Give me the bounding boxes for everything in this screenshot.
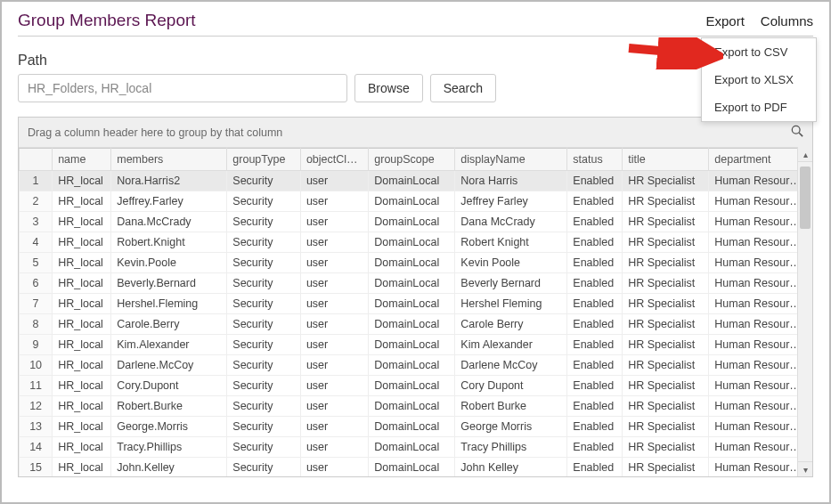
cell[interactable]: HR_local: [53, 294, 111, 314]
cell[interactable]: DomainLocal: [369, 294, 455, 314]
table-row[interactable]: 7HR_localHershel.FlemingSecurityuserDoma…: [20, 294, 812, 314]
cell[interactable]: Enabled: [567, 294, 623, 314]
export-xlsx-item[interactable]: Export to XLSX: [702, 66, 816, 93]
cell[interactable]: Darlene McCoy: [455, 355, 567, 376]
table-row[interactable]: 6HR_localBeverly.BernardSecurityuserDoma…: [20, 273, 812, 294]
cell[interactable]: Security: [227, 314, 301, 335]
cell[interactable]: Security: [227, 253, 301, 273]
grid-search-icon[interactable]: [791, 125, 803, 140]
col-displayName[interactable]: displayName: [455, 149, 567, 171]
cell[interactable]: Kevin Poole: [455, 253, 567, 273]
cell[interactable]: Security: [227, 212, 301, 232]
cell[interactable]: HR Specialist: [623, 396, 709, 417]
cell[interactable]: Security: [227, 335, 301, 355]
cell[interactable]: user: [300, 335, 368, 355]
rownum-cell[interactable]: 13: [20, 417, 53, 437]
cell[interactable]: HR_local: [53, 396, 111, 417]
cell[interactable]: Security: [227, 171, 301, 191]
cell[interactable]: Security: [227, 294, 301, 314]
col-groupType[interactable]: groupType: [227, 149, 301, 171]
cell[interactable]: Nora.Harris2: [111, 171, 227, 191]
scroll-up-icon[interactable]: ▴: [798, 147, 812, 162]
cell[interactable]: Robert Burke: [455, 396, 567, 417]
cell[interactable]: HR Specialist: [623, 335, 709, 355]
rownum-cell[interactable]: 6: [20, 273, 53, 294]
cell[interactable]: Enabled: [567, 253, 623, 273]
table-row[interactable]: 8HR_localCarole.BerrySecurityuserDomainL…: [20, 314, 812, 335]
cell[interactable]: DomainLocal: [369, 171, 455, 191]
rownum-cell[interactable]: 8: [20, 314, 53, 335]
rownum-cell[interactable]: 5: [20, 253, 53, 273]
cell[interactable]: HR_local: [53, 212, 111, 232]
cell[interactable]: Cory.Dupont: [111, 376, 227, 396]
cell[interactable]: HR Specialist: [623, 253, 709, 273]
export-pdf-item[interactable]: Export to PDF: [702, 93, 816, 121]
cell[interactable]: DomainLocal: [369, 376, 455, 396]
columns-menu-trigger[interactable]: Columns: [761, 13, 813, 28]
cell[interactable]: DomainLocal: [369, 253, 455, 273]
cell[interactable]: Cory Dupont: [455, 376, 567, 396]
col-name[interactable]: name: [53, 149, 111, 171]
cell[interactable]: HR Specialist: [623, 273, 709, 294]
cell[interactable]: Robert.Knight: [111, 232, 227, 253]
rownum-cell[interactable]: 4: [20, 232, 53, 253]
table-row[interactable]: 14HR_localTracy.PhillipsSecurityuserDoma…: [20, 437, 812, 458]
path-input[interactable]: [18, 74, 347, 102]
cell[interactable]: Darlene.McCoy: [111, 355, 227, 376]
cell[interactable]: HR Specialist: [623, 458, 709, 478]
cell[interactable]: Jeffrey Farley: [455, 191, 567, 212]
cell[interactable]: HR Specialist: [623, 191, 709, 212]
cell[interactable]: Tracy Phillips: [455, 437, 567, 458]
cell[interactable]: Security: [227, 355, 301, 376]
cell[interactable]: user: [300, 314, 368, 335]
cell[interactable]: Enabled: [567, 212, 623, 232]
export-menu-trigger[interactable]: Export: [705, 13, 744, 28]
cell[interactable]: HR Specialist: [623, 294, 709, 314]
vertical-scrollbar[interactable]: ▴ ▾: [797, 147, 812, 476]
table-row[interactable]: 12HR_localRobert.BurkeSecurityuserDomain…: [20, 396, 812, 417]
rownum-cell[interactable]: 3: [20, 212, 53, 232]
cell[interactable]: Beverly.Bernard: [111, 273, 227, 294]
cell[interactable]: HR_local: [53, 314, 111, 335]
cell[interactable]: DomainLocal: [369, 212, 455, 232]
cell[interactable]: user: [300, 294, 368, 314]
cell[interactable]: Security: [227, 191, 301, 212]
rownum-cell[interactable]: 15: [20, 458, 53, 478]
cell[interactable]: Carole Berry: [455, 314, 567, 335]
cell[interactable]: Dana McCrady: [455, 212, 567, 232]
cell[interactable]: HR Specialist: [623, 437, 709, 458]
cell[interactable]: HR_local: [53, 458, 111, 478]
col-members[interactable]: members: [111, 149, 227, 171]
cell[interactable]: DomainLocal: [369, 232, 455, 253]
cell[interactable]: Enabled: [567, 417, 623, 437]
browse-button[interactable]: Browse: [354, 74, 423, 102]
cell[interactable]: user: [300, 273, 368, 294]
cell[interactable]: DomainLocal: [369, 335, 455, 355]
cell[interactable]: Tracy.Phillips: [111, 437, 227, 458]
rownum-cell[interactable]: 9: [20, 335, 53, 355]
cell[interactable]: Security: [227, 376, 301, 396]
cell[interactable]: Security: [227, 273, 301, 294]
cell[interactable]: Beverly Bernard: [455, 273, 567, 294]
cell[interactable]: HR_local: [53, 232, 111, 253]
cell[interactable]: Enabled: [567, 273, 623, 294]
cell[interactable]: Security: [227, 458, 301, 478]
cell[interactable]: HR Specialist: [623, 171, 709, 191]
cell[interactable]: Enabled: [567, 458, 623, 478]
cell[interactable]: DomainLocal: [369, 273, 455, 294]
col-status[interactable]: status: [567, 149, 623, 171]
rownum-cell[interactable]: 2: [20, 191, 53, 212]
cell[interactable]: DomainLocal: [369, 437, 455, 458]
cell[interactable]: DomainLocal: [369, 314, 455, 335]
col-groupScope[interactable]: groupScope: [369, 149, 455, 171]
cell[interactable]: user: [300, 417, 368, 437]
rownum-cell[interactable]: 12: [20, 396, 53, 417]
cell[interactable]: DomainLocal: [369, 191, 455, 212]
cell[interactable]: Enabled: [567, 335, 623, 355]
cell[interactable]: Kevin.Poole: [111, 253, 227, 273]
cell[interactable]: Kim.Alexander: [111, 335, 227, 355]
cell[interactable]: HR_local: [53, 273, 111, 294]
rownum-cell[interactable]: 14: [20, 437, 53, 458]
cell[interactable]: HR_local: [53, 171, 111, 191]
cell[interactable]: HR_local: [53, 253, 111, 273]
